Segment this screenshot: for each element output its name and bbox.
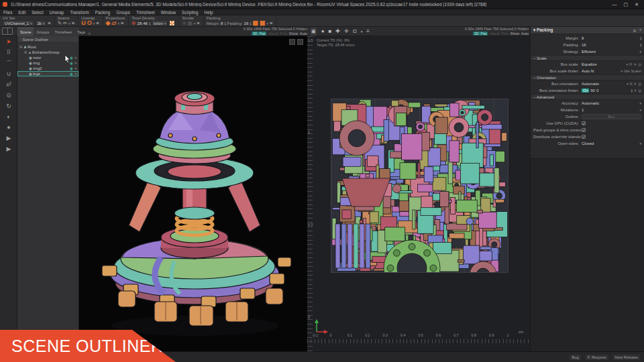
viewport-3d[interactable] [79,36,307,351]
mode-flat-button[interactable]: Flat [260,32,266,36]
star-icon[interactable]: ✦ [74,61,77,65]
star-icon[interactable]: ✦ [74,72,77,76]
magnet-icon[interactable]: Ω [353,27,357,36]
mode-flat-button[interactable]: Flat [481,32,487,36]
value-field[interactable]: 8 [221,21,223,25]
projection-plane-icon[interactable]: ▱ [112,20,117,26]
tab-scene[interactable]: Scene [17,27,34,36]
menu-item-edit[interactable]: Edit [18,10,25,15]
dropdown-txcm[interactable]: tx/cm▾ [152,20,168,26]
circle-icon[interactable]: ● [321,27,325,36]
weld-tool[interactable]: ∪ [0,68,17,79]
tab-trimsheet[interactable]: Trimsheet [52,27,74,36]
show-button[interactable]: Show [289,32,298,36]
close-button[interactable]: ✕ [635,2,639,7]
viewport-uv[interactable]: Current TD (%): 0% Target TD: 28.46 tx/c… [307,36,530,351]
visibility-eye-icon[interactable]: ◉ [70,72,73,76]
checkbox[interactable] [582,121,586,125]
dropdown-field[interactable]: Automatic [582,101,638,105]
pack-alt-icon[interactable]: ▩ [260,20,266,26]
maximize-button[interactable]: ▢ [624,2,629,7]
tree-row-ring2[interactable]: ◉ring2◉✦ [17,66,78,71]
caret-down-icon[interactable]: ▾ [639,50,641,54]
pack-icon[interactable]: ▦ [252,20,258,26]
tree-row-legs[interactable]: ◉legs◉✦ [17,71,78,76]
visibility-eye-icon[interactable]: ◉ [70,66,73,70]
menu-item-select[interactable]: Select [32,10,44,15]
star-icon[interactable]: ✦ [74,66,77,70]
auto-button[interactable]: Auto [300,32,307,36]
menu-item-packing[interactable]: Packing [95,10,110,15]
star-icon[interactable]: ✦ [74,56,77,60]
camera-b-tool[interactable]: ▶ [0,143,17,154]
menu-item-transform[interactable]: Transform [70,10,89,15]
toggle-on-chip[interactable]: On [582,88,589,93]
value-field-2[interactable]: 0 [596,88,598,93]
frame-icon[interactable]: ▣ [310,27,317,36]
menu-item-window[interactable]: Window [161,10,176,15]
sliders-icon[interactable]: ≡ [121,20,123,26]
sliders-icon[interactable]: ≡ [48,20,50,26]
dropdown-field[interactable]: Auto fit [582,69,619,73]
view-mode-toggle[interactable]: 3DFlat [473,32,488,36]
spinner-control[interactable]: ▴▾ [225,21,226,25]
value-field[interactable]: 90 [590,88,595,93]
spinner-control[interactable]: ▴▾ [149,21,150,25]
tab-groups[interactable]: Groups [34,27,52,36]
caret-down-icon[interactable]: ▾ [626,62,628,66]
help-icon[interactable]: ? [639,28,641,33]
dropdown-field[interactable]: Efficient [582,50,638,54]
sliders-icon[interactable]: ≡ [366,27,370,36]
move-icon[interactable]: ✚ [335,27,340,36]
caret-down-icon[interactable]: ▾ [639,101,641,105]
rotate-tool[interactable]: ↻ [0,101,17,111]
show-button[interactable]: Show [511,32,519,36]
tree-row-root[interactable]: ⊟♟Root [17,44,78,50]
fill-select-tool[interactable]: ● [0,122,17,133]
caret-down-icon[interactable]: ▾ [117,21,119,25]
caret-down-icon[interactable]: ▾ [361,27,363,36]
panel-section-advanced[interactable]: − Advanced [531,94,644,100]
option-icon[interactable]: ◎ [638,62,641,66]
half-select-tool[interactable]: ◐ [0,111,17,122]
sliders-icon[interactable]: ≡ [96,20,99,26]
circle-select-tool[interactable]: ⊙ [0,90,17,101]
option-icon[interactable]: ✕ [634,62,637,66]
sliders-icon[interactable]: ≡ [270,20,272,26]
option-icon[interactable]: ◎ [638,88,641,93]
spinner-control[interactable]: ▴▾ [640,43,641,47]
pivot-icon[interactable]: ✛ [344,27,349,36]
square-icon[interactable]: ■ [328,27,331,36]
option-icon[interactable]: ✕ [634,88,637,93]
panel-layout-icon[interactable] [2,27,13,35]
sliders-icon[interactable]: ≡ [197,20,199,26]
pen-icon[interactable]: ✏ [63,20,67,26]
menu-item-help[interactable]: Help [205,10,213,15]
minimize-button[interactable]: — [612,2,617,7]
value-field[interactable]: 16 [582,43,639,47]
spinner-control[interactable]: ▴▾ [631,88,633,93]
dropdown-field[interactable]: Closed [582,141,638,145]
brush-tool[interactable]: ⌒ [0,58,17,68]
spinner-control[interactable]: ▴▾ [250,21,251,25]
packing-panel-title[interactable]: ▾ Packing [533,27,633,33]
lattice-tool[interactable]: ⠿ [0,47,17,58]
mode-3d-button[interactable]: 3D [253,32,258,36]
spinner-control[interactable]: ▴▾ [640,36,641,40]
sliders-icon[interactable]: ≡ [72,20,74,26]
caret-down-icon[interactable]: ▾ [627,82,629,86]
caret-down-icon[interactable]: ▾ [68,21,70,25]
option-icon[interactable]: ✕ [634,82,637,86]
panel-section-scale[interactable]: − Scale [531,55,644,61]
select-tool[interactable]: ➤ [0,36,17,47]
auto-button[interactable]: Auto [521,32,529,36]
option-icon[interactable]: ⟳ [629,62,633,66]
status-link-newrelease[interactable]: New Release [613,355,640,360]
menu-item-trimsheet[interactable]: Trimsheet [136,10,155,15]
caret-down-icon[interactable]: ▾ [621,69,623,73]
camera-a-tool[interactable]: ▶ [0,133,17,143]
dropdown-uvchannel1[interactable]: UVChannel_1▾ [3,20,34,26]
checkbox[interactable] [582,135,586,139]
dropdown-field[interactable]: Automatic [582,82,625,86]
caret-down-icon[interactable]: ▾ [639,141,641,145]
